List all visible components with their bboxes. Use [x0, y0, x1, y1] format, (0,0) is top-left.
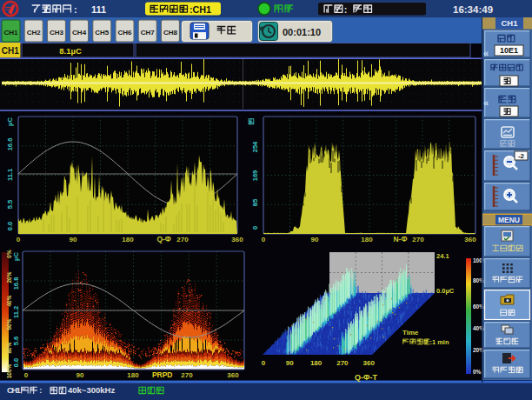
svg-text:PRPD: PRPD: [152, 370, 173, 379]
svg-text:11.2: 11.2: [12, 306, 20, 318]
svg-text:180: 180: [122, 236, 134, 243]
svg-text:90: 90: [311, 236, 319, 243]
svg-text:CH1: CH1: [2, 46, 19, 56]
svg-text:0.0µC: 0.0µC: [436, 287, 455, 295]
svg-text:N-Φ: N-Φ: [393, 235, 407, 243]
svg-text::1 min: :1 min: [429, 338, 449, 346]
svg-text:-2: -2: [518, 152, 525, 160]
svg-text:360: 360: [227, 371, 239, 379]
svg-text:169: 169: [251, 170, 259, 182]
svg-text:254: 254: [251, 141, 259, 152]
svg-text:111: 111: [91, 4, 106, 15]
svg-text:CH8: CH8: [163, 29, 178, 37]
svg-text:MENU: MENU: [498, 216, 520, 224]
svg-text:00:01:10: 00:01:10: [283, 27, 321, 37]
svg-text:Time: Time: [402, 329, 419, 337]
svg-text:5.6: 5.6: [12, 337, 20, 345]
svg-text:100%: 100%: [6, 363, 12, 378]
svg-text:11.1: 11.1: [6, 169, 14, 181]
svg-text:µC: µC: [6, 117, 14, 126]
svg-text:0: 0: [262, 359, 266, 367]
svg-text:µC: µC: [12, 252, 20, 261]
svg-text:270: 270: [336, 359, 349, 367]
svg-text:20%: 20%: [6, 271, 12, 283]
svg-text:60%: 60%: [6, 318, 12, 330]
svg-text:40%: 40%: [6, 295, 12, 306]
svg-text:0: 0: [251, 226, 259, 230]
svg-text:16:34:49: 16:34:49: [453, 4, 493, 15]
svg-text:1: 1: [17, 385, 22, 395]
svg-text:360: 360: [464, 236, 476, 243]
svg-text:90: 90: [286, 359, 294, 367]
svg-text:180: 180: [361, 236, 373, 243]
svg-text:80%: 80%: [6, 342, 12, 353]
svg-text::: :: [39, 385, 42, 395]
svg-text:10E1: 10E1: [500, 46, 518, 55]
svg-text:Q-Φ-T: Q-Φ-T: [355, 373, 377, 382]
svg-text:0%: 0%: [473, 369, 482, 375]
svg-text:180: 180: [127, 371, 139, 379]
svg-text:270: 270: [181, 371, 193, 379]
svg-text:24.1: 24.1: [436, 252, 449, 260]
svg-text:85: 85: [251, 199, 259, 206]
svg-text:0.0: 0.0: [6, 222, 14, 230]
svg-text:CH1: CH1: [3, 29, 18, 37]
svg-text:16.8: 16.8: [12, 277, 20, 290]
svg-text:CH6: CH6: [117, 29, 132, 37]
svg-text:0: 0: [24, 371, 29, 379]
svg-text:16.6: 16.6: [6, 138, 14, 151]
svg-text:0: 0: [17, 236, 21, 243]
svg-text:360: 360: [231, 236, 243, 243]
svg-text:270: 270: [412, 236, 424, 243]
svg-text:Q-Φ: Q-Φ: [156, 235, 170, 243]
svg-text:CH4: CH4: [72, 29, 87, 37]
svg-text:180: 180: [310, 359, 323, 367]
svg-text:CH5: CH5: [95, 29, 110, 37]
svg-text:90: 90: [76, 371, 84, 379]
svg-text:CH1: CH1: [501, 18, 518, 28]
svg-text:90: 90: [70, 236, 77, 243]
svg-text:270: 270: [176, 236, 189, 243]
svg-text:0%: 0%: [6, 250, 12, 258]
svg-text:«: «: [483, 97, 489, 108]
svg-text:5.5: 5.5: [6, 200, 14, 209]
svg-text:360: 360: [363, 359, 376, 367]
svg-text:0.0: 0.0: [12, 358, 20, 367]
svg-text::CH1: :CH1: [190, 4, 211, 15]
svg-text:8.1µC: 8.1µC: [59, 46, 82, 56]
svg-text:0: 0: [262, 236, 266, 243]
svg-text:CH7: CH7: [141, 29, 156, 37]
svg-text:CH2: CH2: [27, 29, 42, 37]
svg-text:«: «: [483, 48, 489, 58]
svg-text:40k~300kHz: 40k~300kHz: [68, 385, 115, 395]
svg-text::: :: [74, 4, 77, 15]
svg-text::: :: [344, 4, 348, 15]
svg-text:CH3: CH3: [50, 29, 64, 37]
